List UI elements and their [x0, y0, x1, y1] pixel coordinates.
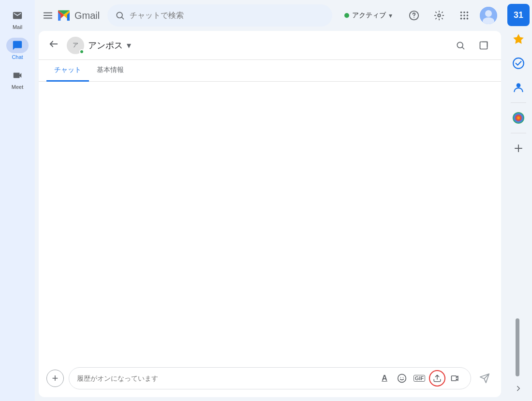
chat-icon-wrap: [6, 38, 29, 53]
contact-name: アンポス: [88, 40, 123, 51]
apps-button[interactable]: [455, 6, 474, 25]
contacts-app-icon[interactable]: [507, 76, 530, 99]
gif-icon: GIF: [414, 375, 425, 382]
chat-input-area: + A: [39, 361, 501, 397]
calendar-app-icon[interactable]: 31: [507, 4, 530, 26]
chat-icon: [12, 40, 23, 51]
chat-header: ア アンポス ▾: [39, 31, 501, 60]
gmail-text: Gmail: [74, 10, 100, 21]
mail-icon-wrap: [6, 8, 29, 23]
sidebar-item-chat[interactable]: Chat: [0, 34, 35, 64]
search-bar[interactable]: [107, 4, 332, 27]
tasks-icon: [512, 57, 525, 70]
message-input-box[interactable]: A GIF: [69, 367, 471, 389]
search-chat-icon: [456, 41, 465, 50]
svg-rect-17: [480, 42, 488, 49]
svg-point-7: [460, 14, 462, 16]
right-sidebar: 31: [505, 0, 532, 401]
settings-button[interactable]: [429, 6, 449, 25]
expand-icon: [514, 384, 523, 393]
hamburger-icon[interactable]: [43, 10, 53, 21]
help-icon: [409, 10, 419, 21]
format-text-button[interactable]: A: [377, 371, 392, 386]
svg-point-11: [463, 18, 465, 20]
contact-info: ア アンポス ▾: [67, 37, 131, 54]
topbar: Gmail アクティブ ▾: [35, 0, 505, 31]
topbar-right: アクティブ ▾: [338, 6, 497, 25]
video-call-button[interactable]: [447, 371, 463, 386]
right-scrollbar[interactable]: [516, 318, 519, 376]
chat-tabs: チャット 基本情報: [39, 60, 501, 82]
send-button[interactable]: [476, 370, 493, 387]
message-input[interactable]: [77, 374, 373, 382]
back-arrow-icon: [48, 39, 59, 49]
tab-chat[interactable]: チャット: [46, 60, 89, 82]
tasks-app-icon[interactable]: [507, 52, 530, 74]
mail-label: Mail: [13, 24, 22, 30]
svg-point-8: [463, 14, 465, 16]
user-avatar[interactable]: [480, 7, 497, 24]
meet-icon: [12, 70, 23, 81]
search-icon: [115, 11, 125, 20]
svg-point-5: [463, 12, 465, 14]
apps-icon: [459, 10, 470, 21]
svg-point-22: [517, 83, 521, 87]
add-attachment-button[interactable]: +: [46, 370, 64, 387]
video-icon: [450, 373, 460, 383]
svg-point-12: [467, 18, 469, 20]
search-input[interactable]: [130, 11, 325, 20]
add-icon: [513, 143, 524, 154]
svg-point-18: [398, 374, 406, 383]
mail-icon: [12, 10, 23, 21]
meet-icon-wrap: [6, 68, 29, 83]
right-sidebar-divider-1: [511, 102, 526, 103]
svg-point-4: [460, 12, 462, 14]
colorful-app-icon[interactable]: [507, 107, 530, 129]
gear-icon: [434, 10, 444, 21]
main-content: Gmail アクティブ ▾: [35, 0, 505, 401]
search-chat-button[interactable]: [451, 36, 470, 55]
back-button[interactable]: [46, 37, 61, 54]
upload-button[interactable]: [429, 370, 445, 387]
left-sidebar: Mail Chat Meet: [0, 0, 35, 401]
help-button[interactable]: [404, 6, 424, 25]
avatar-image: [480, 7, 497, 24]
popout-icon: [479, 41, 488, 50]
contact-online-indicator: [79, 49, 84, 54]
popout-button[interactable]: [474, 36, 493, 55]
expand-panel-button[interactable]: [512, 382, 525, 397]
header-actions: [451, 36, 493, 55]
chat-label: Chat: [12, 54, 23, 60]
svg-point-20: [403, 377, 404, 378]
gmail-logo: Gmail: [43, 8, 100, 23]
format-icon: A: [382, 374, 387, 383]
meet-label: Meet: [12, 84, 23, 90]
svg-point-9: [467, 14, 469, 16]
status-label: アクティブ: [352, 11, 386, 20]
status-button[interactable]: アクティブ ▾: [338, 8, 399, 23]
status-dot: [344, 13, 349, 18]
chat-panel: ア アンポス ▾: [39, 31, 501, 397]
emoji-button[interactable]: [394, 371, 410, 386]
calendar-label: 31: [514, 10, 523, 20]
gmail-m-icon: [56, 8, 72, 23]
sidebar-item-meet[interactable]: Meet: [0, 64, 35, 94]
svg-point-2: [414, 17, 414, 18]
colorful-icon: [512, 111, 525, 125]
svg-point-3: [438, 14, 441, 17]
contact-avatar: ア: [67, 37, 84, 54]
send-icon: [479, 373, 490, 384]
plus-icon: +: [52, 372, 59, 385]
right-sidebar-divider-2: [511, 133, 526, 133]
keep-app-icon[interactable]: [507, 28, 530, 50]
input-actions: A GIF: [377, 370, 463, 387]
contact-dropdown-icon[interactable]: ▾: [127, 40, 131, 51]
emoji-icon: [397, 373, 407, 383]
gif-button[interactable]: GIF: [412, 371, 427, 386]
status-dropdown-icon: ▾: [389, 12, 392, 19]
tab-profile[interactable]: 基本情報: [89, 60, 132, 82]
chat-body[interactable]: [39, 82, 501, 361]
sidebar-item-mail[interactable]: Mail: [0, 4, 35, 34]
add-app-button[interactable]: [507, 137, 530, 159]
svg-point-23: [513, 112, 524, 124]
